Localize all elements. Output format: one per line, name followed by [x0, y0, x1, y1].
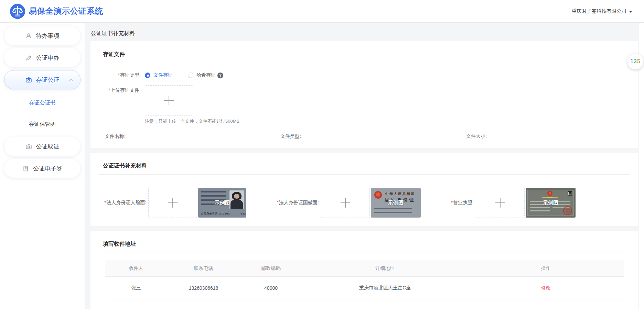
file-size-label: 文件大小:	[466, 133, 487, 140]
sidebar-subitem-label: 存证公证书	[29, 99, 56, 107]
app-logo-scales-icon	[10, 3, 25, 19]
upload-group-id-back: *法人身份证国徽面: 中华人民共和国 居民身份证 示例图	[277, 188, 420, 218]
business-license-sample-image: 示例图	[526, 188, 576, 218]
camera-icon	[25, 143, 32, 150]
divider	[99, 63, 630, 63]
col-zip: 邮政编码	[240, 265, 302, 272]
evidence-type-label: *存证类型:	[99, 72, 141, 78]
file-type-label: 文件类型:	[280, 133, 466, 140]
float-badge-text: 135	[630, 58, 641, 65]
main-content: 公证证书补充材料 存证文件 *存证类型: 文件存证 哈希存证 ?	[85, 23, 644, 309]
account-dropdown[interactable]: 重庆君子签科技有限公司	[572, 8, 635, 14]
radio-file-evidence[interactable]: 文件存证	[145, 72, 173, 78]
required-mark: *	[104, 200, 106, 205]
file-info-row: 文件名称: 文件类型: 文件大小:	[99, 133, 630, 140]
id-front-sample-image: 公民身份号码3701036429 示例图	[198, 188, 246, 218]
sidebar-item-label: 公证申办	[36, 54, 60, 62]
app-header: 易保全演示公证系统 重庆君子签科技有限公司	[0, 0, 644, 23]
evidence-file-upload-box[interactable]	[145, 85, 193, 115]
upload-evidence-file-label: *上传存证文件:	[99, 85, 141, 93]
help-question-icon[interactable]: ?	[217, 73, 223, 78]
plus-icon	[168, 198, 178, 208]
id-back-upload-box[interactable]	[321, 188, 370, 218]
plus-icon	[341, 198, 350, 208]
radio-unselected-icon	[188, 73, 193, 78]
sidebar-item-esign[interactable]: 公证电子签	[4, 159, 80, 178]
divider	[99, 174, 630, 175]
address-table-header: 收件人 联系电话 邮政编码 详细地址 操作	[105, 260, 624, 277]
col-actions: 操作	[468, 265, 624, 272]
required-mark: *	[277, 200, 278, 205]
scrollbar[interactable]	[638, 0, 644, 309]
col-recipient: 收件人	[105, 265, 167, 272]
chevron-up-icon	[69, 79, 73, 82]
col-phone: 联系电话	[167, 265, 240, 272]
supplement-uploads-row: *法人身份证人脸面: 公民身份号码3701036429	[104, 188, 630, 218]
id-front-upload-box[interactable]	[148, 188, 197, 218]
radio-label: 哈希存证	[196, 72, 216, 78]
upload-group-id-front: *法人身份证人脸面: 公民身份号码3701036429	[104, 188, 246, 218]
sidebar-item-label: 存证公证	[36, 76, 60, 84]
user-icon	[25, 33, 32, 39]
sidebar-subitem-custody-letter[interactable]: 存证保管函	[0, 113, 85, 135]
evidence-file-card: 存证文件 *存证类型: 文件存证 哈希存证 ? *上传存证文	[90, 41, 638, 148]
sidebar-item-evidence-notary[interactable]: 存证公证	[4, 70, 80, 89]
account-name: 重庆君子签科技有限公司	[572, 8, 627, 14]
edit-address-link[interactable]: 修改	[541, 285, 551, 290]
section-title-evidence-file: 存证文件	[103, 51, 630, 58]
zip-cell: 40000	[240, 285, 302, 291]
address-card: 填写收件地址 收件人 联系电话 邮政编码 详细地址 操作 张三 13260306…	[90, 231, 638, 309]
float-135-badge[interactable]: 135	[627, 54, 643, 69]
app-title: 易保全演示公证系统	[29, 6, 103, 16]
radio-label: 文件存证	[153, 72, 173, 78]
col-address: 详细地址	[302, 265, 468, 272]
id-back-label: *法人身份证国徽面:	[277, 200, 319, 206]
sample-watermark: 示例图	[371, 188, 421, 218]
business-license-label: *营业执照:	[451, 200, 474, 206]
upload-group-business-license: *营业执照: 示例图	[451, 188, 576, 218]
document-icon	[22, 165, 29, 172]
id-front-label: *法人身份证人脸面:	[104, 200, 146, 206]
business-license-upload-box[interactable]	[476, 188, 525, 218]
sample-watermark: 示例图	[526, 188, 576, 218]
radio-hash-evidence[interactable]: 哈希存证 ?	[188, 72, 223, 78]
phone-cell: 13260306618	[167, 285, 240, 291]
supplement-materials-card: 公证证书补充材料 *法人身份证人脸面:	[90, 153, 638, 226]
page-title: 公证证书补充材料	[91, 30, 638, 37]
sidebar-item-forensics[interactable]: 公证取证	[4, 137, 80, 156]
divider	[99, 253, 630, 253]
required-mark: *	[451, 200, 453, 205]
pen-icon	[25, 55, 32, 61]
id-back-sample-image: 中华人民共和国 居民身份证 示例图	[371, 188, 421, 218]
plus-icon	[495, 198, 505, 208]
sidebar: 待办事项 公证申办 存证公证 存证公证书 存证保管函	[0, 23, 85, 309]
address-table: 收件人 联系电话 邮政编码 详细地址 操作 张三 13260306618 400…	[105, 260, 624, 299]
section-title-address: 填写收件地址	[103, 241, 630, 248]
sidebar-item-label: 待办事项	[36, 32, 60, 40]
address-table-row: 张三 13260306618 40000 重庆市渝北区天王星C座 修改	[105, 277, 624, 299]
section-title-supplement: 公证证书补充材料	[103, 162, 630, 169]
plus-icon	[164, 96, 174, 105]
address-cell: 重庆市渝北区天王星C座	[302, 285, 468, 291]
recipient-cell: 张三	[105, 285, 167, 291]
file-name-label: 文件名称:	[105, 133, 280, 140]
upload-note: 注意：只能上传一个文件，文件不能超过500MB	[145, 118, 630, 124]
sidebar-subitem-evidence-certificate[interactable]: 存证公证书	[0, 92, 85, 113]
required-mark: *	[118, 72, 120, 78]
sidebar-item-todo[interactable]: 待办事项	[4, 26, 80, 45]
sidebar-item-label: 公证电子签	[33, 165, 62, 173]
evidence-type-radio-group: 文件存证 哈希存证 ?	[145, 72, 223, 78]
required-mark: *	[108, 87, 110, 93]
caret-down-icon	[629, 11, 632, 13]
sidebar-item-apply[interactable]: 公证申办	[4, 48, 80, 67]
sample-watermark: 示例图	[198, 188, 246, 218]
radio-selected-icon	[145, 73, 150, 78]
camera-badge-icon	[25, 77, 32, 83]
sidebar-item-label: 公证取证	[36, 143, 60, 151]
sidebar-subitem-label: 存证保管函	[29, 121, 56, 128]
